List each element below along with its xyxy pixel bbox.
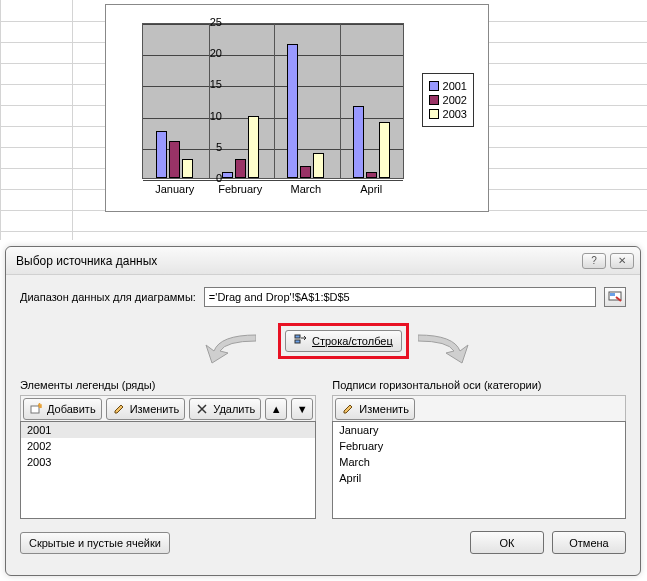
chart-data-range-input[interactable]: [204, 287, 596, 307]
swap-button-highlight: Строка/столбец: [278, 323, 409, 359]
delete-series-button[interactable]: Удалить: [189, 398, 261, 420]
legend-item: 2003: [429, 108, 467, 120]
bar: [248, 116, 259, 178]
edit-series-button[interactable]: Изменить: [106, 398, 186, 420]
category-listbox[interactable]: JanuaryFebruaryMarchApril: [332, 421, 626, 519]
series-listbox[interactable]: 200120022003: [20, 421, 316, 519]
bar: [182, 159, 193, 178]
legend-entries-header: Элементы легенды (ряды): [20, 379, 316, 391]
help-button[interactable]: ?: [582, 253, 606, 269]
bar: [366, 172, 377, 178]
move-up-button[interactable]: ▲: [265, 398, 287, 420]
list-item[interactable]: April: [333, 470, 625, 486]
y-tick-label: 10: [194, 110, 222, 122]
legend-swatch: [429, 95, 439, 105]
bar: [353, 106, 364, 178]
legend-swatch: [429, 81, 439, 91]
add-icon: [29, 402, 43, 416]
bar: [313, 153, 324, 178]
x-tick-label: April: [339, 183, 405, 195]
arrow-right-icon: [418, 331, 474, 365]
list-item[interactable]: January: [333, 422, 625, 438]
svg-rect-4: [31, 406, 39, 413]
edit-icon: [112, 402, 126, 416]
dialog-title: Выбор источника данных: [16, 254, 157, 268]
y-tick-label: 5: [194, 141, 222, 153]
axis-labels-header: Подписи горизонтальной оси (категории): [332, 379, 626, 391]
x-tick-label: March: [273, 183, 339, 195]
hidden-empty-cells-button[interactable]: Скрытые и пустые ячейки: [20, 532, 170, 554]
plot-area: [142, 23, 404, 179]
switch-row-column-button[interactable]: Строка/столбец: [285, 330, 402, 352]
y-tick-label: 15: [194, 78, 222, 90]
list-item[interactable]: 2003: [21, 454, 315, 470]
bar: [300, 166, 311, 178]
x-tick-label: January: [142, 183, 208, 195]
bar: [379, 122, 390, 178]
bar: [287, 44, 298, 178]
chart-object[interactable]: 200120022003 0510152025JanuaryFebruaryMa…: [105, 4, 489, 212]
add-series-button[interactable]: Добавить: [23, 398, 102, 420]
list-item[interactable]: February: [333, 438, 625, 454]
list-item[interactable]: March: [333, 454, 625, 470]
dialog-titlebar: Выбор источника данных ? ✕: [6, 247, 640, 275]
edit-icon: [341, 402, 355, 416]
x-tick-label: February: [208, 183, 274, 195]
y-tick-label: 25: [194, 16, 222, 28]
delete-icon: [195, 402, 209, 416]
bar: [156, 131, 167, 178]
legend-item: 2001: [429, 80, 467, 92]
arrow-left-icon: [200, 331, 256, 365]
svg-rect-1: [610, 293, 615, 296]
move-down-button[interactable]: ▼: [291, 398, 313, 420]
close-button[interactable]: ✕: [610, 253, 634, 269]
ok-button[interactable]: ОК: [470, 531, 544, 554]
legend-swatch: [429, 109, 439, 119]
legend-label: 2001: [443, 80, 467, 92]
legend-label: 2002: [443, 94, 467, 106]
bar: [222, 172, 233, 178]
list-item[interactable]: 2001: [21, 422, 315, 438]
edit-axis-button[interactable]: Изменить: [335, 398, 415, 420]
switch-icon: [294, 334, 308, 348]
bar: [169, 141, 180, 178]
chart-legend: 200120022003: [422, 73, 474, 127]
range-label: Диапазон данных для диаграммы:: [20, 291, 196, 303]
range-picker-button[interactable]: [604, 287, 626, 307]
cancel-button[interactable]: Отмена: [552, 531, 626, 554]
switch-button-label: Строка/столбец: [312, 335, 393, 347]
list-item[interactable]: 2002: [21, 438, 315, 454]
legend-item: 2002: [429, 94, 467, 106]
svg-rect-2: [295, 335, 300, 338]
y-tick-label: 20: [194, 47, 222, 59]
select-data-source-dialog: Выбор источника данных ? ✕ Диапазон данн…: [5, 246, 641, 576]
bar: [235, 159, 246, 178]
legend-label: 2003: [443, 108, 467, 120]
svg-rect-3: [295, 340, 300, 343]
